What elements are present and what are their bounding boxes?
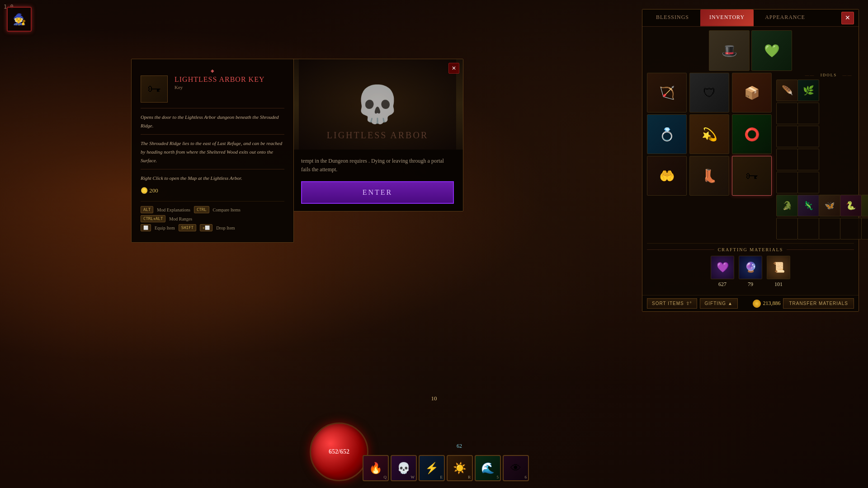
- skill-slot-5[interactable]: 🌊 5: [475, 455, 501, 481]
- crafting-mat2-icon: 🔮: [745, 262, 757, 273]
- skill-q-icon: 🔥: [369, 462, 382, 474]
- gifting-button[interactable]: GIFTING ▲: [700, 298, 738, 309]
- gold-display: 213,886: [753, 300, 780, 308]
- level-display: 10: [431, 395, 437, 402]
- skill-5-key: 5: [497, 475, 499, 479]
- panel-tabs: BLESSINGS INVENTORY APPEARANCE ✕: [642, 9, 859, 27]
- dungeon-description: tempt in the Dungeon requires . Dying or…: [301, 157, 454, 174]
- ctrl-label: Compare Items: [213, 207, 241, 212]
- idol-slot-4[interactable]: [797, 103, 819, 124]
- idol-slot-3[interactable]: [776, 103, 798, 124]
- transfer-materials-button[interactable]: TRANSFER MATERIALS: [783, 298, 854, 309]
- price-value: 200: [149, 187, 158, 194]
- idol-icon-2: 🌿: [803, 85, 814, 96]
- skill-slot-w[interactable]: 💀 W: [391, 455, 417, 481]
- boots-item: 👢: [693, 160, 725, 192]
- tab-inventory[interactable]: INVENTORY: [700, 9, 754, 26]
- ring2-item: 💫: [693, 118, 725, 150]
- sort-items-button[interactable]: SORT ITEMS ⇧°: [647, 298, 697, 309]
- idol-slot-10[interactable]: [797, 172, 819, 193]
- tooltip-item-icon: 🗝: [141, 75, 168, 103]
- tooltip-decoration: ◆: [141, 68, 284, 73]
- skill-slot-r[interactable]: ☀️ R: [447, 455, 473, 481]
- dungeon-header: ✕ 💀 LIGHTLESS ARBOR: [292, 59, 463, 150]
- idol-slot-8[interactable]: [797, 149, 819, 170]
- crafting-materials-grid: 💜 627 🔮 79 📜 101: [647, 256, 854, 288]
- skill-slot-q[interactable]: 🔥 Q: [363, 455, 389, 481]
- idol-extra-2[interactable]: 🦎: [797, 195, 819, 216]
- idol-slot-1[interactable]: 🪶: [776, 80, 798, 101]
- equipment-slot-hat[interactable]: 🎩: [709, 30, 750, 71]
- skill-r-icon: ☀️: [453, 462, 467, 474]
- crafting-count-1: 627: [718, 281, 726, 288]
- crafting-count-3: 101: [774, 281, 783, 288]
- equip-label: Equip Item: [155, 225, 175, 230]
- equipment-slot-amulet[interactable]: 💚: [751, 30, 792, 71]
- idol-slot-2[interactable]: 🌿: [797, 80, 819, 101]
- tooltip-title-area: LIGHTLESS ARBOR KEY Key: [175, 75, 264, 90]
- crafting-icon-3[interactable]: 📜: [767, 256, 790, 279]
- inventory-panel: BLESSINGS INVENTORY APPEARANCE ✕ 🎩 💚 🏹 💍: [642, 9, 859, 312]
- idol-extra-8[interactable]: [819, 218, 840, 239]
- idol-extra-5[interactable]: 📦: [861, 195, 868, 216]
- idol-extra-3[interactable]: 🦋: [819, 195, 840, 216]
- idol-slot-5[interactable]: [776, 126, 798, 147]
- equipment-slot-ring2[interactable]: 💫: [689, 114, 729, 154]
- equipment-slot-weapon[interactable]: 🏹: [647, 73, 687, 113]
- crafting-mat1-icon: 💜: [717, 262, 729, 273]
- crafting-icon-1[interactable]: 💜: [711, 256, 734, 279]
- equipment-slot-quiver[interactable]: 📦: [732, 73, 772, 113]
- idols-section-title: IDOLS: [776, 73, 868, 77]
- idol-slot-9[interactable]: [776, 172, 798, 193]
- idol-icon-1: 🪶: [782, 85, 793, 96]
- idols-extra-grid: 🐊 🦎 🦋 🐍 📦: [776, 195, 868, 239]
- idol-extra-7[interactable]: [797, 218, 819, 239]
- crafting-item-3: 📜 101: [767, 256, 790, 288]
- equipment-slot-gloves[interactable]: 🤲: [647, 156, 687, 196]
- dungeon-close-button[interactable]: ✕: [448, 63, 459, 74]
- inventory-content: 🎩 💚 🏹 💍 🤲 🛡: [642, 27, 859, 295]
- gifting-label: GIFTING: [705, 301, 726, 306]
- idol-extra-1[interactable]: 🐊: [776, 195, 798, 216]
- skill-6-icon: 👁: [510, 462, 521, 474]
- skill-slot-6[interactable]: 👁 6: [503, 455, 529, 481]
- key-hint-row-2: CTRL+ALT Mod Ranges: [141, 215, 284, 222]
- character-portrait[interactable]: 🧙: [7, 7, 32, 32]
- dungeon-enter-button[interactable]: ENTER: [301, 181, 454, 204]
- skill-slot-e[interactable]: ⚡ E: [419, 455, 445, 481]
- crafting-title-row: CRAFTING MATERIALS: [647, 247, 854, 252]
- idol-slot-6[interactable]: [797, 126, 819, 147]
- equipment-slot-boots[interactable]: 👢: [689, 156, 729, 196]
- item-tooltip: ◆ 🗝 LIGHTLESS ARBOR KEY Key Opens the do…: [131, 59, 294, 243]
- tab-appearance[interactable]: APPEARANCE: [756, 9, 814, 26]
- tab-blessings[interactable]: BLESSINGS: [647, 9, 698, 26]
- ctrl-alt-key: CTRL+ALT: [141, 215, 165, 222]
- tooltip-lore: The Shrouded Ridge lies to the east of L…: [141, 139, 284, 164]
- equipment-slot-ring3[interactable]: ⭕: [732, 114, 772, 154]
- crafting-mat3-icon: 📜: [773, 262, 785, 273]
- mid-equipment-area: 🏹 💍 🤲 🛡 💫 👢: [647, 73, 854, 239]
- idol-extra-icon-2: 🦎: [803, 201, 813, 211]
- ctrl-key: CTRL: [194, 206, 209, 213]
- crafting-count-2: 79: [748, 281, 753, 288]
- idol-extra-icon-3: 🦋: [825, 201, 835, 211]
- skill-5-icon: 🌊: [481, 462, 495, 474]
- equipment-slot-key[interactable]: 🗝: [732, 156, 772, 196]
- idol-extra-10[interactable]: [861, 218, 868, 239]
- idol-slot-7[interactable]: [776, 149, 798, 170]
- equipment-slot-ring1[interactable]: 💍: [647, 114, 687, 154]
- idol-extra-4[interactable]: 🐍: [840, 195, 862, 216]
- tooltip-divider-3: [141, 169, 284, 169]
- health-value: 652/652: [329, 448, 349, 455]
- drop-label: Drop Item: [216, 225, 235, 230]
- tooltip-header: 🗝 LIGHTLESS ARBOR KEY Key: [141, 75, 284, 103]
- panel-close-button[interactable]: ✕: [841, 12, 854, 24]
- equipment-slot-armor[interactable]: 🛡: [689, 73, 729, 113]
- crafting-icon-2[interactable]: 🔮: [739, 256, 762, 279]
- inventory-bottom-bar: SORT ITEMS ⇧° GIFTING ▲ 213,886 TRANSFER…: [642, 295, 859, 311]
- alt-label: Mod Explanations: [157, 207, 190, 212]
- idol-extra-6[interactable]: [776, 218, 798, 239]
- ctrl-alt-label: Mod Ranges: [169, 216, 192, 221]
- idols-grid: 🪶 🌿: [776, 80, 868, 193]
- idol-extra-9[interactable]: [840, 218, 862, 239]
